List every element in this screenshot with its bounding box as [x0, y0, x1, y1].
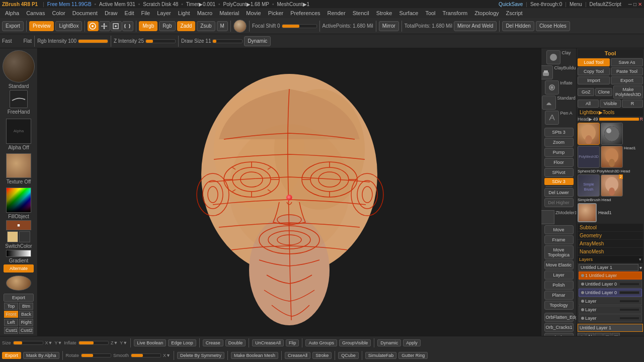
color-picker[interactable] [6, 188, 31, 213]
canvas-area[interactable] [38, 48, 541, 336]
menu-stencil[interactable]: Stencil [350, 10, 372, 17]
menu-picker[interactable]: Picker [265, 10, 287, 17]
live-boolean-btn[interactable]: Live Boolean [134, 339, 166, 346]
polish-btn[interactable]: Polish [544, 281, 574, 290]
layers-expand[interactable]: ▾ [639, 257, 641, 262]
draw-size-slider[interactable] [212, 39, 243, 43]
nav-right[interactable]: Right [19, 319, 33, 326]
save-as-btn[interactable]: Save As [611, 58, 643, 66]
layer-0b-item[interactable]: Untitled Layer 0 [579, 289, 642, 297]
zmodeler-icon[interactable] [541, 210, 554, 224]
uncrease-btn[interactable]: UnCreaseAll [252, 339, 284, 346]
freehand-label[interactable]: FreeHand [8, 109, 30, 115]
layer-btn4[interactable]: ◫ [612, 333, 620, 336]
menu-edit[interactable]: Edit [122, 10, 137, 17]
focal-slider[interactable] [282, 24, 317, 28]
nav-cust1[interactable]: Cust1 [4, 327, 18, 334]
menu-zscript[interactable]: Zscript [503, 10, 526, 17]
dynamic-btn[interactable]: Dynamic [244, 36, 271, 46]
inflate-slider[interactable] [78, 341, 109, 345]
layer-e2-slider[interactable] [619, 308, 639, 311]
menu-material[interactable]: Material [216, 10, 242, 17]
export-left-btn[interactable]: Export [4, 294, 34, 302]
window-min[interactable]: ─ [628, 2, 632, 7]
menu-movie[interactable]: Movie [243, 10, 264, 17]
del-hidden-btn[interactable]: Del Hidden [502, 21, 534, 31]
viewport[interactable] [38, 48, 541, 336]
nav-top[interactable]: Top [4, 303, 18, 310]
brush-label[interactable]: Standard [9, 83, 29, 89]
slash3-btn[interactable]: Slash3 [544, 333, 574, 336]
layer-0a-slider[interactable] [619, 283, 639, 286]
menu-layer[interactable]: Layer [154, 10, 174, 17]
menu-canvas[interactable]: Canvas [23, 10, 48, 17]
edge-loop-btn[interactable]: Edge Loop [168, 339, 196, 346]
pen-a-icon[interactable] [545, 111, 559, 125]
rotate-mode-btn[interactable] [122, 21, 133, 31]
orb-cracks-btn[interactable]: Orb_Cracks1 [544, 323, 574, 332]
del-symmetry-btn[interactable]: Delete By Symmetry [177, 352, 224, 359]
del-lower-btn[interactable]: Del Lower [544, 188, 574, 197]
scale-mode-btn[interactable] [111, 21, 122, 31]
rotate-slider[interactable] [81, 353, 111, 357]
copy-tool-btn[interactable]: Copy Tool [578, 67, 610, 75]
window-max[interactable]: □ [633, 2, 636, 7]
spts-btn[interactable]: SPts 3 [544, 128, 574, 137]
zsub-btn[interactable]: Zsub [197, 21, 215, 31]
fill-color-swatch[interactable]: ■ [6, 220, 31, 230]
menu-tool[interactable]: Tool [422, 10, 438, 17]
layer-btn2[interactable]: ↕ [595, 333, 603, 336]
move-btn[interactable]: Move [544, 225, 574, 234]
spivot-btn[interactable]: SPivot [544, 168, 574, 177]
nav-left[interactable]: Left [4, 319, 18, 326]
clone-btn[interactable]: Clone [595, 88, 612, 96]
layer1-expand-arrow[interactable]: ▾ [639, 265, 642, 270]
sphere3d-thumb[interactable] [601, 123, 623, 145]
gutter-ring-btn[interactable]: Gutter Ring [398, 352, 428, 359]
crease-btn[interactable]: Crease [203, 339, 223, 346]
nanomesh-section[interactable]: NanoMesh [578, 248, 643, 255]
flip-btn[interactable]: Flip [286, 339, 299, 346]
nav-front[interactable]: Front [4, 311, 18, 318]
crease-all-btn[interactable]: CreaseAll [285, 352, 310, 359]
double-btn[interactable]: Double [225, 339, 246, 346]
floor-btn[interactable]: Floor [544, 158, 574, 167]
secondary-color[interactable] [19, 231, 30, 242]
mask-alpha-btn[interactable]: Mask By Alpha [23, 352, 59, 359]
close-holes-btn[interactable]: Close Holes [536, 21, 570, 31]
simplebr-thumb[interactable]: Simple Brush [578, 174, 600, 197]
menu-preferences[interactable]: Preferences [287, 10, 323, 17]
standard-icon[interactable] [542, 96, 556, 110]
see-through-btn[interactable]: See-through:0 [530, 2, 562, 7]
head2-thumb[interactable] [601, 146, 623, 168]
material-preview[interactable] [233, 20, 247, 33]
head-slider[interactable] [599, 118, 639, 121]
size-slider[interactable] [13, 341, 43, 345]
import-btn[interactable]: Import [578, 76, 610, 84]
pump-btn[interactable]: Pump [544, 148, 574, 157]
menu-alpha[interactable]: Alpha [2, 10, 22, 17]
load-tool-btn[interactable]: Load Tool [578, 58, 610, 66]
main-color[interactable] [7, 231, 18, 242]
topology-btn[interactable]: Topology [544, 301, 574, 310]
make-polymesh-btn[interactable]: Make PolyMesh3D [613, 85, 643, 99]
nav-back[interactable]: Back [19, 311, 33, 318]
clay-icon[interactable] [546, 50, 560, 64]
claybuild-icon[interactable] [541, 65, 553, 79]
stroke-preview[interactable] [10, 90, 28, 108]
sdiv-slider[interactable] [545, 186, 573, 187]
mirror-weld-btn[interactable]: Mirror And Weld [454, 21, 497, 31]
visible-btn[interactable]: Visible [600, 100, 621, 108]
apply-btn[interactable]: Apply [403, 339, 421, 346]
mrgb-btn[interactable]: Mrgb [139, 21, 157, 31]
layer-name-btn[interactable]: N [586, 333, 594, 336]
export-row2-btn[interactable]: Export [2, 352, 21, 359]
untitled-layer1-select[interactable]: Untitled Layer 1 [579, 264, 638, 271]
z-intensity-slider[interactable] [145, 39, 176, 43]
inflate-icon[interactable] [545, 80, 559, 95]
move-topologica-btn[interactable]: Move Topologica [544, 245, 574, 259]
layer-0b-slider[interactable] [619, 291, 639, 294]
window-close[interactable]: ✕ [638, 2, 642, 7]
paste-tool-btn[interactable]: Paste Tool [611, 67, 643, 75]
layer-e3-slider[interactable] [619, 317, 639, 320]
